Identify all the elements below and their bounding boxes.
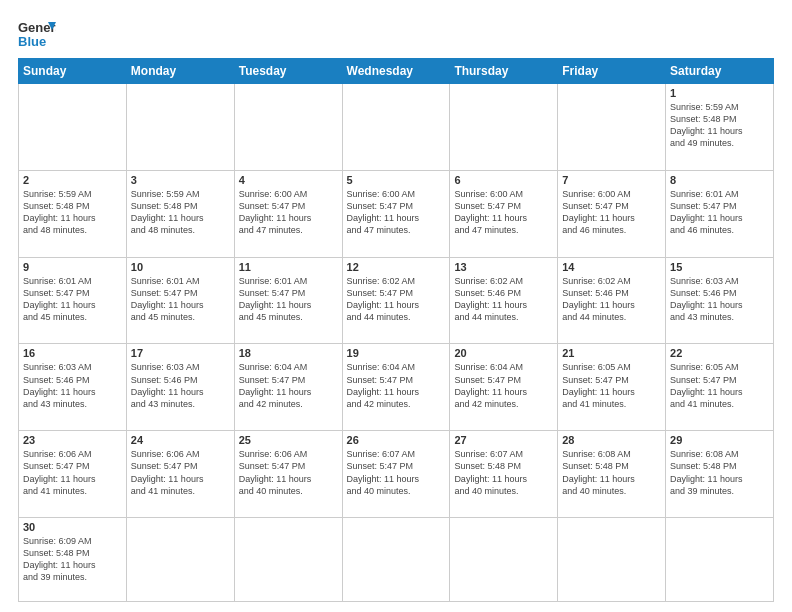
calendar-cell: 30Sunrise: 6:09 AM Sunset: 5:48 PM Dayli… (19, 518, 127, 602)
day-number: 20 (454, 347, 553, 359)
day-info: Sunrise: 6:08 AM Sunset: 5:48 PM Dayligh… (562, 448, 661, 497)
header: General Blue (18, 18, 774, 50)
day-info: Sunrise: 6:01 AM Sunset: 5:47 PM Dayligh… (239, 275, 338, 324)
day-number: 14 (562, 261, 661, 273)
calendar-cell: 22Sunrise: 6:05 AM Sunset: 5:47 PM Dayli… (666, 344, 774, 431)
calendar-cell: 1Sunrise: 5:59 AM Sunset: 5:48 PM Daylig… (666, 84, 774, 171)
calendar-cell: 20Sunrise: 6:04 AM Sunset: 5:47 PM Dayli… (450, 344, 558, 431)
day-number: 2 (23, 174, 122, 186)
day-number: 19 (347, 347, 446, 359)
day-number: 23 (23, 434, 122, 446)
day-info: Sunrise: 6:00 AM Sunset: 5:47 PM Dayligh… (347, 188, 446, 237)
weekday-header-wednesday: Wednesday (342, 59, 450, 84)
day-info: Sunrise: 6:05 AM Sunset: 5:47 PM Dayligh… (562, 361, 661, 410)
day-number: 16 (23, 347, 122, 359)
day-info: Sunrise: 6:02 AM Sunset: 5:47 PM Dayligh… (347, 275, 446, 324)
weekday-header-tuesday: Tuesday (234, 59, 342, 84)
day-number: 28 (562, 434, 661, 446)
day-number: 5 (347, 174, 446, 186)
calendar-cell: 29Sunrise: 6:08 AM Sunset: 5:48 PM Dayli… (666, 431, 774, 518)
day-info: Sunrise: 6:07 AM Sunset: 5:47 PM Dayligh… (347, 448, 446, 497)
day-info: Sunrise: 5:59 AM Sunset: 5:48 PM Dayligh… (131, 188, 230, 237)
calendar-cell: 13Sunrise: 6:02 AM Sunset: 5:46 PM Dayli… (450, 257, 558, 344)
calendar-week-row: 2Sunrise: 5:59 AM Sunset: 5:48 PM Daylig… (19, 170, 774, 257)
calendar-cell: 6Sunrise: 6:00 AM Sunset: 5:47 PM Daylig… (450, 170, 558, 257)
calendar-table: SundayMondayTuesdayWednesdayThursdayFrid… (18, 58, 774, 602)
calendar-cell: 2Sunrise: 5:59 AM Sunset: 5:48 PM Daylig… (19, 170, 127, 257)
calendar-cell (558, 518, 666, 602)
page: General Blue SundayMondayTuesdayWednesda… (0, 0, 792, 612)
calendar-cell: 12Sunrise: 6:02 AM Sunset: 5:47 PM Dayli… (342, 257, 450, 344)
day-number: 7 (562, 174, 661, 186)
weekday-header-monday: Monday (126, 59, 234, 84)
calendar-cell: 25Sunrise: 6:06 AM Sunset: 5:47 PM Dayli… (234, 431, 342, 518)
day-number: 6 (454, 174, 553, 186)
day-info: Sunrise: 6:01 AM Sunset: 5:47 PM Dayligh… (670, 188, 769, 237)
day-info: Sunrise: 6:08 AM Sunset: 5:48 PM Dayligh… (670, 448, 769, 497)
calendar-cell: 14Sunrise: 6:02 AM Sunset: 5:46 PM Dayli… (558, 257, 666, 344)
day-info: Sunrise: 6:04 AM Sunset: 5:47 PM Dayligh… (239, 361, 338, 410)
day-info: Sunrise: 6:04 AM Sunset: 5:47 PM Dayligh… (347, 361, 446, 410)
day-number: 15 (670, 261, 769, 273)
calendar-cell (234, 518, 342, 602)
day-info: Sunrise: 6:09 AM Sunset: 5:48 PM Dayligh… (23, 535, 122, 584)
calendar-cell: 11Sunrise: 6:01 AM Sunset: 5:47 PM Dayli… (234, 257, 342, 344)
day-number: 24 (131, 434, 230, 446)
day-number: 22 (670, 347, 769, 359)
calendar-cell: 18Sunrise: 6:04 AM Sunset: 5:47 PM Dayli… (234, 344, 342, 431)
day-number: 27 (454, 434, 553, 446)
day-number: 10 (131, 261, 230, 273)
day-number: 8 (670, 174, 769, 186)
day-number: 1 (670, 87, 769, 99)
day-info: Sunrise: 6:02 AM Sunset: 5:46 PM Dayligh… (454, 275, 553, 324)
calendar-cell (19, 84, 127, 171)
day-info: Sunrise: 6:01 AM Sunset: 5:47 PM Dayligh… (23, 275, 122, 324)
day-info: Sunrise: 6:03 AM Sunset: 5:46 PM Dayligh… (670, 275, 769, 324)
day-info: Sunrise: 6:07 AM Sunset: 5:48 PM Dayligh… (454, 448, 553, 497)
day-info: Sunrise: 6:06 AM Sunset: 5:47 PM Dayligh… (23, 448, 122, 497)
generalblue-logo-icon: General Blue (18, 18, 56, 50)
calendar-cell: 4Sunrise: 6:00 AM Sunset: 5:47 PM Daylig… (234, 170, 342, 257)
day-number: 18 (239, 347, 338, 359)
calendar-cell: 3Sunrise: 5:59 AM Sunset: 5:48 PM Daylig… (126, 170, 234, 257)
weekday-header-friday: Friday (558, 59, 666, 84)
day-info: Sunrise: 6:03 AM Sunset: 5:46 PM Dayligh… (23, 361, 122, 410)
day-number: 4 (239, 174, 338, 186)
day-number: 11 (239, 261, 338, 273)
day-info: Sunrise: 6:04 AM Sunset: 5:47 PM Dayligh… (454, 361, 553, 410)
calendar-cell: 10Sunrise: 6:01 AM Sunset: 5:47 PM Dayli… (126, 257, 234, 344)
calendar-cell: 16Sunrise: 6:03 AM Sunset: 5:46 PM Dayli… (19, 344, 127, 431)
calendar-week-row: 30Sunrise: 6:09 AM Sunset: 5:48 PM Dayli… (19, 518, 774, 602)
calendar-cell (126, 518, 234, 602)
calendar-cell (342, 84, 450, 171)
day-info: Sunrise: 6:03 AM Sunset: 5:46 PM Dayligh… (131, 361, 230, 410)
day-number: 12 (347, 261, 446, 273)
calendar-cell: 26Sunrise: 6:07 AM Sunset: 5:47 PM Dayli… (342, 431, 450, 518)
day-number: 30 (23, 521, 122, 533)
day-info: Sunrise: 6:00 AM Sunset: 5:47 PM Dayligh… (562, 188, 661, 237)
calendar-cell (234, 84, 342, 171)
calendar-cell: 9Sunrise: 6:01 AM Sunset: 5:47 PM Daylig… (19, 257, 127, 344)
day-info: Sunrise: 6:01 AM Sunset: 5:47 PM Dayligh… (131, 275, 230, 324)
calendar-cell: 21Sunrise: 6:05 AM Sunset: 5:47 PM Dayli… (558, 344, 666, 431)
day-number: 17 (131, 347, 230, 359)
day-info: Sunrise: 5:59 AM Sunset: 5:48 PM Dayligh… (670, 101, 769, 150)
day-number: 29 (670, 434, 769, 446)
svg-text:Blue: Blue (18, 34, 46, 49)
calendar-cell: 7Sunrise: 6:00 AM Sunset: 5:47 PM Daylig… (558, 170, 666, 257)
day-number: 21 (562, 347, 661, 359)
calendar-week-row: 23Sunrise: 6:06 AM Sunset: 5:47 PM Dayli… (19, 431, 774, 518)
weekday-header-saturday: Saturday (666, 59, 774, 84)
day-info: Sunrise: 6:00 AM Sunset: 5:47 PM Dayligh… (454, 188, 553, 237)
calendar-cell: 15Sunrise: 6:03 AM Sunset: 5:46 PM Dayli… (666, 257, 774, 344)
day-info: Sunrise: 6:00 AM Sunset: 5:47 PM Dayligh… (239, 188, 338, 237)
day-info: Sunrise: 5:59 AM Sunset: 5:48 PM Dayligh… (23, 188, 122, 237)
calendar-week-row: 9Sunrise: 6:01 AM Sunset: 5:47 PM Daylig… (19, 257, 774, 344)
calendar-cell: 27Sunrise: 6:07 AM Sunset: 5:48 PM Dayli… (450, 431, 558, 518)
calendar-cell: 24Sunrise: 6:06 AM Sunset: 5:47 PM Dayli… (126, 431, 234, 518)
calendar-week-row: 16Sunrise: 6:03 AM Sunset: 5:46 PM Dayli… (19, 344, 774, 431)
logo: General Blue (18, 18, 56, 50)
day-number: 3 (131, 174, 230, 186)
day-info: Sunrise: 6:05 AM Sunset: 5:47 PM Dayligh… (670, 361, 769, 410)
calendar-cell: 5Sunrise: 6:00 AM Sunset: 5:47 PM Daylig… (342, 170, 450, 257)
